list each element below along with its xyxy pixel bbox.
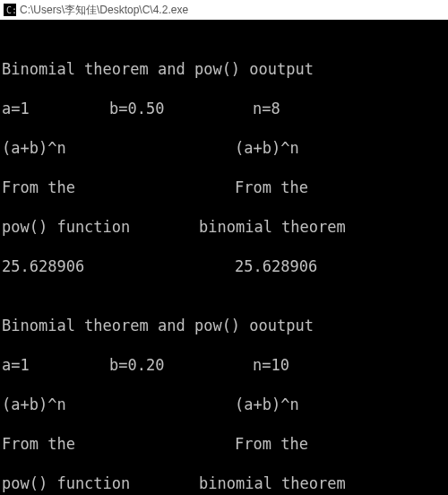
bin-label: binomial theorem	[199, 473, 346, 493]
pow-label: pow() function	[2, 217, 199, 237]
n-label: n=10	[253, 355, 289, 375]
b-label: b=0.50	[109, 99, 253, 118]
b-label: b=0.20	[109, 355, 253, 375]
from-right: From the	[235, 434, 308, 454]
ab-left: (a+b)^n	[2, 395, 235, 414]
val-right: 25.628906	[235, 256, 317, 276]
a-label: a=1	[2, 355, 109, 375]
block-header: Binomial theorem and pow() ooutput	[2, 59, 314, 79]
n-label: n=8	[253, 99, 280, 118]
ab-right: (a+b)^n	[235, 138, 299, 158]
bin-label: binomial theorem	[199, 217, 346, 237]
from-left: From the	[2, 178, 235, 197]
app-icon: C:	[4, 4, 16, 16]
ab-left: (a+b)^n	[2, 138, 235, 158]
block-header: Binomial theorem and pow() ooutput	[2, 316, 314, 335]
console-output: Binomial theorem and pow() ooutput a=1b=…	[0, 20, 448, 495]
a-label: a=1	[2, 99, 109, 118]
from-left: From the	[2, 434, 235, 454]
val-left: 25.628906	[2, 256, 235, 276]
window-titlebar[interactable]: C: C:\Users\李知佳\Desktop\C\4.2.exe	[0, 0, 448, 20]
window-title: C:\Users\李知佳\Desktop\C\4.2.exe	[20, 3, 188, 18]
ab-right: (a+b)^n	[235, 395, 299, 414]
svg-text:C:: C:	[6, 5, 16, 15]
pow-label: pow() function	[2, 473, 199, 493]
from-right: From the	[235, 178, 308, 197]
